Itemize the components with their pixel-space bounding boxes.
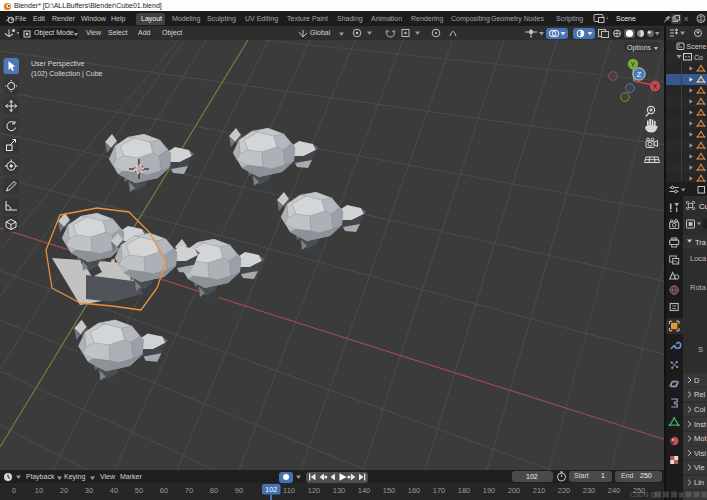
svg-text:0: 0 <box>12 486 16 495</box>
svg-text:70: 70 <box>185 486 193 495</box>
svg-text:Inst: Inst <box>694 420 707 429</box>
svg-text:Y: Y <box>631 61 636 68</box>
svg-text:110: 110 <box>283 486 295 495</box>
svg-text:90: 90 <box>235 486 243 495</box>
svg-text:Z: Z <box>637 70 642 79</box>
svg-text:120: 120 <box>308 486 321 495</box>
svg-text:102: 102 <box>265 486 277 493</box>
svg-text:170: 170 <box>433 486 446 495</box>
svg-text:S: S <box>698 345 703 354</box>
svg-text:160: 160 <box>408 486 421 495</box>
svg-text:80: 80 <box>210 486 218 495</box>
svg-text:D: D <box>694 376 700 385</box>
svg-text:60: 60 <box>160 486 168 495</box>
svg-text:Loca: Loca <box>690 254 707 263</box>
svg-text:Rel: Rel <box>694 390 706 399</box>
svg-text:40: 40 <box>110 486 118 495</box>
svg-text:10: 10 <box>35 486 43 495</box>
svg-text:180: 180 <box>458 486 471 495</box>
svg-text:230: 230 <box>583 486 596 495</box>
svg-text:Mot: Mot <box>694 434 707 443</box>
svg-text:140: 140 <box>358 486 371 495</box>
svg-text:200: 200 <box>508 486 521 495</box>
svg-text:Col: Col <box>694 405 706 414</box>
svg-text:150: 150 <box>383 486 396 495</box>
svg-text:Cu: Cu <box>699 202 707 211</box>
svg-text:30: 30 <box>85 486 93 495</box>
svg-text:Scene: Scene <box>687 43 707 50</box>
svg-text:Vie: Vie <box>694 463 705 472</box>
svg-text:20: 20 <box>60 486 68 495</box>
svg-text:X: X <box>653 83 658 90</box>
svg-text:CSDN @: CSDN @ <box>630 491 657 498</box>
svg-text:Lin: Lin <box>694 478 704 487</box>
svg-text:Rota: Rota <box>690 283 707 292</box>
svg-text:210: 210 <box>533 486 546 495</box>
svg-text:130: 130 <box>333 486 346 495</box>
svg-text:220: 220 <box>558 486 571 495</box>
svg-text:190: 190 <box>483 486 496 495</box>
svg-text:50: 50 <box>135 486 143 495</box>
svg-text:Co: Co <box>694 54 703 61</box>
svg-text:Tra: Tra <box>695 238 707 247</box>
svg-text:Visi: Visi <box>694 449 706 458</box>
svg-text:240: 240 <box>608 486 621 495</box>
